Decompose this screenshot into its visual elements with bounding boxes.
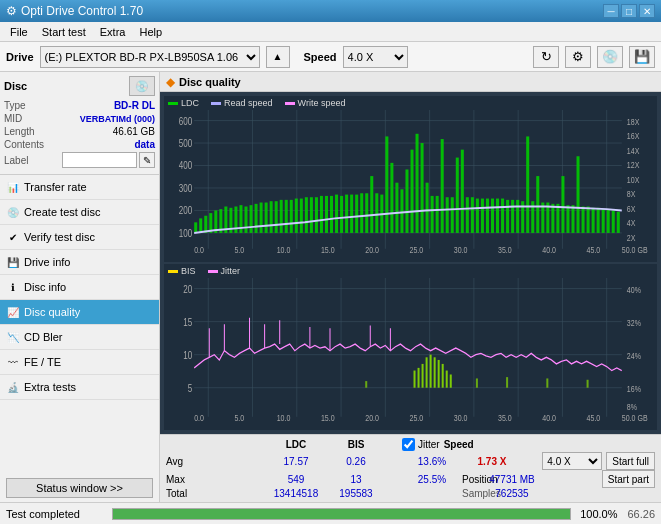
- maximize-button[interactable]: □: [621, 4, 637, 18]
- bis-header: BIS: [326, 439, 386, 450]
- svg-text:15.0: 15.0: [321, 413, 335, 423]
- svg-text:5.0: 5.0: [234, 413, 244, 423]
- svg-text:50.0 GB: 50.0 GB: [622, 245, 648, 255]
- nav-drive-info[interactable]: 💾 Drive info: [0, 250, 159, 275]
- svg-rect-125: [607, 209, 610, 233]
- app-title: Opti Drive Control 1.70: [21, 4, 143, 18]
- refresh-button[interactable]: ↻: [533, 46, 559, 68]
- nav-disc-quality[interactable]: 📈 Disc quality: [0, 300, 159, 325]
- svg-text:14X: 14X: [627, 146, 640, 156]
- jitter-checkbox[interactable]: [402, 438, 415, 451]
- speed-dropdown[interactable]: 4.0 X: [542, 452, 602, 470]
- disc-button[interactable]: 💿: [597, 46, 623, 68]
- svg-rect-102: [491, 199, 494, 233]
- max-ldc: 549: [266, 474, 326, 485]
- label-edit-button[interactable]: ✎: [139, 152, 155, 168]
- max-jitter: 25.5%: [402, 474, 462, 485]
- svg-rect-93: [446, 197, 449, 233]
- menu-help[interactable]: Help: [133, 24, 168, 40]
- svg-rect-177: [434, 357, 436, 387]
- status-window-button[interactable]: Status window >>: [6, 478, 153, 498]
- menu-file[interactable]: File: [4, 24, 34, 40]
- svg-rect-123: [597, 208, 600, 233]
- svg-text:5.0: 5.0: [234, 245, 244, 255]
- titlebar-title: ⚙ Opti Drive Control 1.70: [6, 4, 143, 18]
- jitter-check-container: Jitter: [402, 438, 440, 451]
- disc-icon-button[interactable]: 💿: [129, 76, 155, 96]
- nav-transfer-rate[interactable]: 📊 Transfer rate: [0, 175, 159, 200]
- menu-start-test[interactable]: Start test: [36, 24, 92, 40]
- main-layout: Disc 💿 Type BD-R DL MID VERBATIMd (000) …: [0, 72, 661, 502]
- svg-rect-109: [526, 136, 529, 232]
- nav-create-test-disc[interactable]: 💿 Create test disc: [0, 200, 159, 225]
- svg-rect-186: [587, 380, 589, 388]
- label-input[interactable]: [62, 152, 137, 168]
- chart2-svg: 20 15 10 5 40% 32% 24% 16% 8% 0.0 5.0 10…: [164, 278, 657, 430]
- minimize-button[interactable]: ─: [603, 4, 619, 18]
- nav-extra-tests[interactable]: 🔬 Extra tests: [0, 375, 159, 400]
- svg-rect-117: [566, 205, 569, 233]
- svg-rect-176: [430, 355, 432, 388]
- chart1-container: LDC Read speed Write speed: [164, 96, 657, 262]
- svg-text:0.0: 0.0: [194, 413, 204, 423]
- disc-length-row: Length 46.61 GB: [4, 126, 155, 137]
- svg-rect-92: [441, 139, 444, 233]
- nav-verify-test-disc[interactable]: ✔ Verify test disc: [0, 225, 159, 250]
- fe-te-icon: 〰: [6, 355, 20, 369]
- disc-quality-icon: 📈: [6, 305, 20, 319]
- svg-rect-57: [265, 203, 268, 233]
- disc-title: Disc: [4, 80, 27, 92]
- nav-fe-te[interactable]: 〰 FE / TE: [0, 350, 159, 375]
- drive-select[interactable]: (E:) PLEXTOR BD-R PX-LB950SA 1.06: [40, 46, 260, 68]
- svg-rect-182: [365, 381, 367, 388]
- svg-text:16%: 16%: [627, 384, 642, 394]
- eject-button[interactable]: ▲: [266, 46, 290, 68]
- svg-rect-120: [582, 206, 585, 232]
- svg-rect-124: [602, 209, 605, 233]
- start-part-button[interactable]: Start part: [602, 470, 655, 488]
- stats-bar: LDC BIS Jitter Speed Avg 17.57 0.26 13.6…: [160, 434, 661, 502]
- legend-read-speed: Read speed: [211, 98, 273, 108]
- svg-rect-83: [395, 183, 398, 233]
- disc-type-row: Type BD-R DL: [4, 100, 155, 111]
- total-label: Total: [166, 488, 266, 499]
- svg-rect-104: [501, 199, 504, 233]
- svg-rect-63: [295, 199, 298, 233]
- disc-info-icon: ℹ: [6, 280, 20, 294]
- svg-text:15.0: 15.0: [321, 245, 335, 255]
- svg-rect-174: [422, 364, 424, 388]
- sidebar: Disc 💿 Type BD-R DL MID VERBATIMd (000) …: [0, 72, 160, 502]
- svg-rect-55: [255, 204, 258, 233]
- speed-col-header: Speed: [444, 439, 464, 450]
- total-ldc: 13414518: [266, 488, 326, 499]
- svg-rect-105: [506, 200, 509, 233]
- chart2-svg-wrapper: 20 15 10 5 40% 32% 24% 16% 8% 0.0 5.0 10…: [164, 278, 657, 430]
- svg-text:4X: 4X: [627, 218, 636, 228]
- svg-rect-96: [461, 150, 464, 233]
- svg-rect-121: [587, 206, 590, 232]
- settings-button[interactable]: ⚙: [565, 46, 591, 68]
- svg-text:0.0: 0.0: [194, 245, 204, 255]
- svg-rect-90: [431, 196, 434, 233]
- save-button[interactable]: 💾: [629, 46, 655, 68]
- svg-rect-60: [280, 200, 283, 233]
- svg-text:18X: 18X: [627, 117, 640, 127]
- svg-rect-181: [450, 374, 452, 387]
- menu-extra[interactable]: Extra: [94, 24, 132, 40]
- svg-rect-173: [418, 368, 420, 388]
- svg-text:30.0: 30.0: [454, 245, 468, 255]
- chart1-svg: 600 500 400 300 200 100 18X 16X 14X 12X …: [164, 110, 657, 262]
- nav-disc-info[interactable]: ℹ Disc info: [0, 275, 159, 300]
- close-button[interactable]: ✕: [639, 4, 655, 18]
- svg-rect-87: [416, 134, 419, 233]
- svg-rect-114: [551, 204, 554, 233]
- svg-rect-178: [438, 360, 440, 388]
- speed-select[interactable]: 4.0 X: [343, 46, 408, 68]
- charts-area: LDC Read speed Write speed: [160, 92, 661, 434]
- start-full-button[interactable]: Start full: [606, 452, 655, 470]
- disc-contents-row: Contents data: [4, 139, 155, 150]
- svg-rect-79: [375, 193, 378, 233]
- svg-rect-127: [617, 212, 620, 233]
- svg-rect-59: [275, 201, 278, 233]
- nav-cd-bler[interactable]: 📉 CD Bler: [0, 325, 159, 350]
